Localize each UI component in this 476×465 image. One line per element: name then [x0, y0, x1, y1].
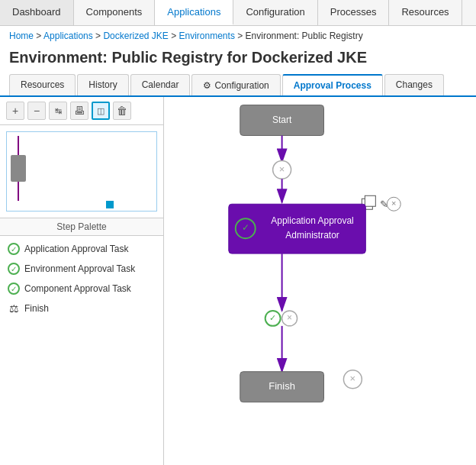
zoom-fit-icon: ↹ — [55, 106, 62, 116]
approval-label-1: Application Approval — [271, 215, 353, 226]
screenshot-button[interactable]: ◫ — [92, 102, 110, 120]
canvas-preview — [6, 131, 157, 212]
tab-configuration[interactable]: ⚙ Configuration — [191, 74, 280, 95]
sub-tabs: Resources History Calendar ⚙ Configurati… — [0, 74, 476, 97]
step-palette-title: Step Palette — [0, 218, 163, 236]
close-x-icon: × — [391, 199, 396, 208]
delete-icon: 🗑 — [117, 105, 127, 117]
zoom-in-icon: + — [12, 105, 18, 117]
copy-icon-overlay — [365, 195, 375, 206]
diagram-panel: Start × ✎ × ✓ Application Approval — [164, 97, 476, 465]
zoom-in-button[interactable]: + — [6, 102, 24, 120]
svg-rect-1 — [11, 155, 26, 182]
gray-x-icon: × — [287, 312, 292, 323]
nav-applications[interactable]: Applications — [155, 0, 233, 25]
top-navigation: Dashboard Components Applications Config… — [0, 0, 476, 26]
step-label-finish: Finish — [24, 303, 49, 314]
nav-components[interactable]: Components — [74, 0, 156, 25]
nav-configuration[interactable]: Configuration — [233, 0, 317, 25]
x-icon-top: × — [279, 163, 285, 175]
main-area: + − ↹ 🖶 ◫ 🗑 — [0, 97, 476, 465]
check-icon-app: ✓ — [8, 243, 20, 255]
tab-changes[interactable]: Changes — [384, 74, 444, 95]
nav-processes[interactable]: Processes — [318, 0, 390, 25]
start-label: Start — [272, 115, 292, 125]
step-application-approval[interactable]: ✓ Application Approval Task — [0, 239, 163, 259]
step-label-comp: Component Approval Task — [24, 283, 131, 294]
nav-dashboard[interactable]: Dashboard — [0, 0, 74, 25]
step-list: ✓ Application Approval Task ✓ Environmen… — [0, 236, 163, 321]
tab-resources[interactable]: Resources — [9, 74, 76, 95]
x-icon-finish: × — [350, 373, 356, 384]
config-icon: ⚙ — [203, 80, 211, 91]
check-icon-comp: ✓ — [8, 283, 20, 295]
zoom-out-button[interactable]: − — [27, 102, 46, 120]
svg-rect-2 — [106, 201, 114, 208]
step-component-approval[interactable]: ✓ Component Approval Task — [0, 279, 163, 299]
zoom-out-icon: − — [34, 105, 40, 117]
screenshot-icon: ◫ — [97, 106, 105, 116]
tab-approval-process[interactable]: Approval Process — [282, 74, 383, 95]
preview-svg — [7, 132, 156, 211]
breadcrumb-environments[interactable]: Environments — [179, 31, 235, 41]
tab-calendar[interactable]: Calendar — [130, 74, 191, 95]
breadcrumb-home[interactable]: Home — [9, 31, 34, 41]
left-panel: + − ↹ 🖶 ◫ 🗑 — [0, 97, 164, 465]
print-button[interactable]: 🖶 — [70, 102, 88, 120]
tab-history[interactable]: History — [77, 74, 128, 95]
finish-label: Finish — [269, 380, 295, 392]
step-label-env: Environment Approval Task — [24, 263, 135, 274]
zoom-fit-button[interactable]: ↹ — [49, 102, 67, 120]
breadcrumb-current: Environment: Public Registry — [246, 31, 363, 41]
step-label-app: Application Approval Task — [24, 244, 129, 254]
breadcrumb-applications[interactable]: Applications — [43, 31, 93, 41]
approval-label-2: Administrator — [285, 230, 339, 241]
green-check-icon: ✓ — [269, 313, 276, 322]
delete-button[interactable]: 🗑 — [113, 102, 131, 120]
finish-icon: ⚖ — [8, 302, 20, 315]
breadcrumb-dockerized-jke[interactable]: Dockerized JKE — [103, 31, 168, 41]
breadcrumb: Home > Applications > Dockerized JKE > E… — [0, 26, 476, 46]
step-environment-approval[interactable]: ✓ Environment Approval Task — [0, 259, 163, 279]
step-finish[interactable]: ⚖ Finish — [0, 299, 163, 318]
page-title: Environment: Public Registry for Dockeri… — [0, 46, 476, 74]
nav-resources[interactable]: Resources — [389, 0, 462, 25]
diagram-svg: Start × ✎ × ✓ Application Approval — [164, 97, 476, 465]
print-icon: 🖶 — [74, 105, 85, 117]
toolbar: + − ↹ 🖶 ◫ 🗑 — [0, 97, 163, 125]
check-icon-env: ✓ — [8, 263, 20, 275]
approval-check-icon: ✓ — [242, 222, 249, 233]
